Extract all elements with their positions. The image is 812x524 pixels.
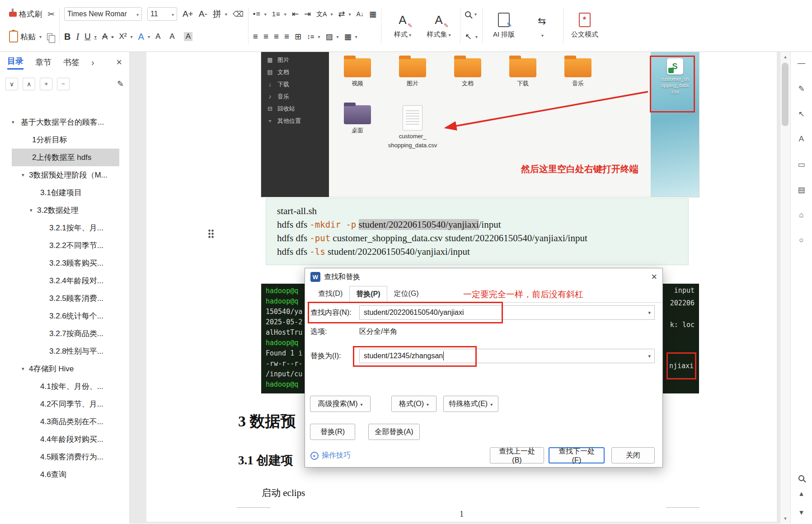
- format-button[interactable]: 格式(O): [391, 396, 437, 412]
- scrollbar-thumb[interactable]: [782, 63, 789, 126]
- edit-outline-icon[interactable]: [117, 79, 124, 89]
- outline-item[interactable]: 3.2.4年龄段对...: [0, 272, 129, 290]
- close-icon[interactable]: [651, 271, 657, 283]
- styles-button[interactable]: A 样式: [386, 4, 419, 47]
- select-button[interactable]: [465, 32, 478, 42]
- replace-input[interactable]: student/12345/zhangsan: [359, 349, 655, 363]
- outline-item[interactable]: 4存储到 Hive: [0, 360, 129, 378]
- line-spacing-button[interactable]: [307, 32, 320, 41]
- expand-all-button[interactable]: ＋: [40, 78, 52, 90]
- dialog-title-bar[interactable]: W 查找和替换: [305, 268, 662, 285]
- page-up-icon[interactable]: [795, 487, 808, 500]
- decrease-indent-button[interactable]: [292, 9, 299, 19]
- tab-bookmarks[interactable]: 书签: [63, 57, 80, 68]
- bold-button[interactable]: B: [64, 32, 70, 42]
- tab-replace[interactable]: 替换(P): [349, 286, 387, 303]
- table-button[interactable]: [369, 9, 376, 19]
- outline-item[interactable]: 3.2.8性别与平...: [0, 342, 129, 360]
- code-line[interactable]: hdfs dfs -put customer_shopping_data.csv…: [277, 231, 688, 245]
- asian-layout-button[interactable]: [316, 9, 333, 19]
- tab-find[interactable]: 查找(D): [311, 285, 349, 302]
- format-painter-button[interactable]: 格式刷: [9, 9, 42, 19]
- outline-item[interactable]: 4.6查询: [0, 466, 129, 483]
- outline-item[interactable]: 4.2不同季节、月...: [0, 395, 129, 413]
- special-format-button[interactable]: 特殊格式(E): [443, 396, 498, 412]
- outline-item[interactable]: 3.2.5顾客消费...: [0, 290, 129, 307]
- character-shading-button[interactable]: A: [184, 32, 192, 41]
- outline-item[interactable]: 4.3商品类别在不...: [0, 413, 129, 430]
- align-center-button[interactable]: [263, 32, 268, 42]
- outline-item[interactable]: 3.2.2不同季节...: [0, 237, 129, 254]
- align-left-button[interactable]: [253, 32, 258, 42]
- outline-item[interactable]: 4.1按年、月份、...: [0, 378, 129, 395]
- cut-button[interactable]: [47, 9, 55, 19]
- font-size-select[interactable]: 11: [147, 7, 177, 21]
- close-pane-icon[interactable]: [116, 56, 122, 68]
- borders-button[interactable]: [344, 32, 357, 42]
- expand-dropdown-button[interactable]: ∨: [5, 78, 18, 90]
- heading-section-3[interactable]: 3 数据预: [238, 411, 296, 432]
- shading-button[interactable]: [326, 32, 339, 42]
- text-direction-button[interactable]: [338, 9, 351, 19]
- highlight-color-button[interactable]: A: [155, 32, 164, 41]
- select-cursor-icon[interactable]: [795, 107, 808, 121]
- body-text[interactable]: 启动 eclips: [262, 487, 305, 499]
- outline-item[interactable]: 3.2.6统计每个...: [0, 307, 129, 325]
- code-line[interactable]: hdfs dfs -ls student/202206150540/yanjia…: [277, 245, 688, 258]
- vertical-scrollbar[interactable]: [780, 52, 790, 524]
- phonetic-guide-button[interactable]: 拼: [213, 8, 227, 20]
- embedded-file-manager-screenshot[interactable]: 图片 文档 下载 音乐 回收站 其他位置 视频 图片 文档 下载 音乐: [261, 52, 699, 197]
- ai-layout-button[interactable]: AI 排版: [487, 4, 521, 47]
- outline-item[interactable]: 4.5顾客消费行为...: [0, 448, 129, 466]
- home-tool-icon[interactable]: [795, 208, 808, 222]
- outline-item[interactable]: 3.2.7按商品类...: [0, 325, 129, 342]
- distribute-button[interactable]: [295, 32, 301, 42]
- outline-item[interactable]: 1分析目标: [0, 131, 129, 149]
- italic-button[interactable]: I: [76, 32, 79, 42]
- decrease-font-button[interactable]: A-: [199, 9, 207, 19]
- align-right-button[interactable]: [274, 32, 279, 42]
- code-block[interactable]: start-all.sh hdfs dfs -mkdir -p student/…: [266, 198, 689, 265]
- tab-contents[interactable]: 目录: [7, 56, 23, 70]
- sort-button[interactable]: [357, 9, 364, 19]
- heading-section-3-1[interactable]: 3.1 创建项: [238, 452, 293, 468]
- paste-button[interactable]: 粘贴: [9, 31, 42, 42]
- outline-item[interactable]: 3.2.1按年、月...: [0, 219, 129, 237]
- page-down-icon[interactable]: [795, 505, 808, 519]
- tips-link[interactable]: 操作技巧: [310, 451, 351, 460]
- copy-button[interactable]: [47, 33, 52, 40]
- scroll-down-icon[interactable]: [780, 514, 790, 524]
- code-line[interactable]: hdfs dfs -mkdir -p student/202206150540/…: [277, 218, 688, 231]
- outline-item[interactable]: 基于大数据平台的顾客...: [0, 113, 129, 131]
- superscript-button[interactable]: X²: [119, 32, 133, 41]
- find-next-button[interactable]: 查找下一处(F): [549, 447, 605, 463]
- zoom-icon[interactable]: [798, 475, 804, 481]
- text-effects-button[interactable]: A: [138, 32, 150, 42]
- strikethrough-button[interactable]: A: [102, 32, 114, 42]
- underline-button[interactable]: U: [84, 32, 97, 42]
- increase-indent-button[interactable]: [304, 9, 311, 19]
- outline-item[interactable]: 3.2.3顾客购买...: [0, 254, 129, 272]
- scroll-up-icon[interactable]: [780, 52, 790, 62]
- close-dialog-button[interactable]: 关闭: [611, 447, 655, 463]
- collapse-button[interactable]: ∧: [23, 78, 35, 90]
- find-previous-button[interactable]: 查找上一处(B): [490, 447, 544, 463]
- replace-all-button[interactable]: 全部替换(A): [368, 424, 420, 440]
- paragraph-drag-handle[interactable]: [208, 229, 214, 238]
- tab-goto[interactable]: 定位(G): [387, 285, 426, 302]
- tab-chapters[interactable]: 章节: [35, 57, 52, 68]
- text-tool-icon[interactable]: [795, 132, 808, 146]
- replace-button[interactable]: 替换(R): [310, 424, 355, 440]
- outline-item[interactable]: 4.4年龄段对购买...: [0, 430, 129, 448]
- increase-font-button[interactable]: A+: [183, 9, 193, 19]
- history-icon[interactable]: [795, 234, 808, 247]
- edit-pen-icon[interactable]: [795, 82, 808, 95]
- code-line[interactable]: start-all.sh: [277, 204, 688, 218]
- more-tabs-icon[interactable]: [91, 57, 94, 68]
- advanced-search-button[interactable]: 高级搜索(M): [310, 396, 371, 412]
- shape-tool-icon[interactable]: [795, 158, 808, 171]
- outline-item[interactable]: 3数据预处理阶段（M...: [0, 166, 129, 184]
- outline-item[interactable]: 3.1创建项目: [0, 184, 129, 201]
- chevron-down-icon[interactable]: [648, 310, 651, 316]
- bullet-list-button[interactable]: [253, 9, 267, 19]
